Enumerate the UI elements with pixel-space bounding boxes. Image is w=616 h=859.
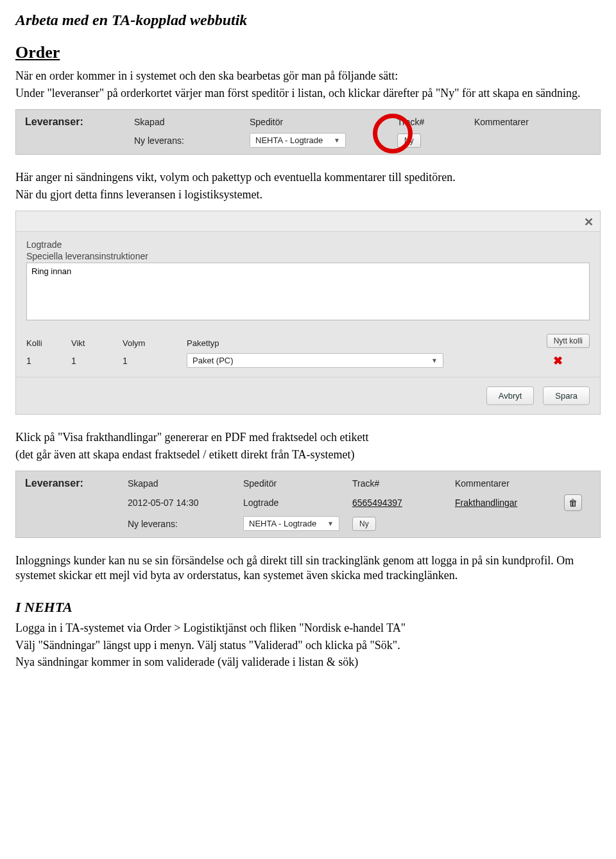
intro-line-1: När en order kommer in i systemet och de… xyxy=(15,69,601,83)
col-speditor: Speditör xyxy=(250,117,397,127)
nehta-line-2: Välj "Sändningar" längst upp i menyn. Vä… xyxy=(15,638,601,653)
spara-button[interactable]: Spara xyxy=(543,386,590,405)
dropdown-value: NEHTA - Logtrade xyxy=(255,135,323,145)
chevron-down-icon: ▼ xyxy=(431,357,438,364)
dropdown-value: NEHTA - Logtrade xyxy=(249,519,316,528)
leveranser-label: Leveranser: xyxy=(25,116,134,128)
close-icon[interactable]: ✕ xyxy=(584,215,594,229)
chevron-down-icon: ▼ xyxy=(334,137,340,144)
delete-row-icon[interactable]: ✖ xyxy=(526,354,590,368)
nehta-line-1: Logga in i TA-systemet via Order > Logis… xyxy=(15,621,601,636)
ending-paragraph: Inloggnings kunder kan nu se sin försänd… xyxy=(15,553,601,582)
instructions-textarea[interactable] xyxy=(26,263,590,320)
after-dialog-2: (det går även att skapa endast fraktsede… xyxy=(15,447,601,462)
col-track: Track# xyxy=(397,117,474,127)
frakthandlingar-link[interactable]: Frakthandlingar xyxy=(455,498,517,508)
col-volym: Volym xyxy=(123,338,180,348)
section-order: Order xyxy=(15,43,601,62)
page-title: Arbeta med en TA-kopplad webbutik xyxy=(15,12,601,29)
volym-value: 1 xyxy=(123,356,180,366)
pakettyp-dropdown[interactable]: Paket (PC) ▼ xyxy=(187,353,443,368)
nytt-kolli-button[interactable]: Nytt kolli xyxy=(547,334,590,348)
ny-leverans-label: Ny leverans: xyxy=(128,519,243,529)
ny-leverans-label: Ny leverans: xyxy=(134,135,250,146)
ny-button[interactable]: Ny xyxy=(397,134,421,148)
leveranser-panel-1: Leveranser: Skapad Speditör Track# Komme… xyxy=(15,109,601,155)
trash-icon[interactable]: 🗑 xyxy=(564,494,582,511)
intro-line-2: Under "leveranser" på orderkortet värjer… xyxy=(15,86,601,101)
row-speditor: Logtrade xyxy=(243,498,352,508)
ny-button[interactable]: Ny xyxy=(352,517,376,531)
col-kommentarer: Kommentarer xyxy=(474,117,591,127)
section-nehta: I NEHTA xyxy=(15,599,601,616)
col-skapad: Skapad xyxy=(128,478,243,489)
col-speditor: Speditör xyxy=(243,478,352,489)
chevron-down-icon: ▼ xyxy=(327,520,334,527)
speditor-dropdown[interactable]: NEHTA - Logtrade ▼ xyxy=(250,133,346,148)
col-track: Track# xyxy=(352,478,455,489)
after-dialog-1: Klick på "Visa frakthandlingar" generera… xyxy=(15,430,601,445)
leveranser-panel-2: Leveranser: Skapad Speditör Track# Komme… xyxy=(15,471,601,538)
col-pakettyp: Pakettyp xyxy=(187,338,519,348)
track-link[interactable]: 6565494397 xyxy=(352,498,402,508)
dialog-title: Logtrade xyxy=(26,239,590,250)
speditor-dropdown[interactable]: NEHTA - Logtrade ▼ xyxy=(243,516,339,531)
avbryt-button[interactable]: Avbryt xyxy=(486,386,535,405)
nehta-line-3: Nya sändningar kommer in som validerade … xyxy=(15,655,601,670)
row-skapad: 2012-05-07 14:30 xyxy=(128,498,243,508)
instructions-label: Speciella leveransinstruktioner xyxy=(26,251,590,261)
col-skapad: Skapad xyxy=(134,117,250,127)
mid-line-2: När du gjort detta finns leveransen i lo… xyxy=(15,187,601,202)
kolli-value: 1 xyxy=(26,356,65,366)
logtrade-dialog: ✕ Logtrade Speciella leveransinstruktion… xyxy=(15,211,601,415)
pakettyp-value: Paket (PC) xyxy=(193,356,234,365)
col-kommentarer: Kommentarer xyxy=(455,478,564,489)
mid-line-1: Här anger ni sändningens vikt, volym och… xyxy=(15,170,601,185)
leveranser-label: Leveranser: xyxy=(25,478,128,489)
col-kolli: Kolli xyxy=(26,338,65,348)
vikt-value: 1 xyxy=(71,356,116,366)
col-vikt: Vikt xyxy=(71,338,116,348)
